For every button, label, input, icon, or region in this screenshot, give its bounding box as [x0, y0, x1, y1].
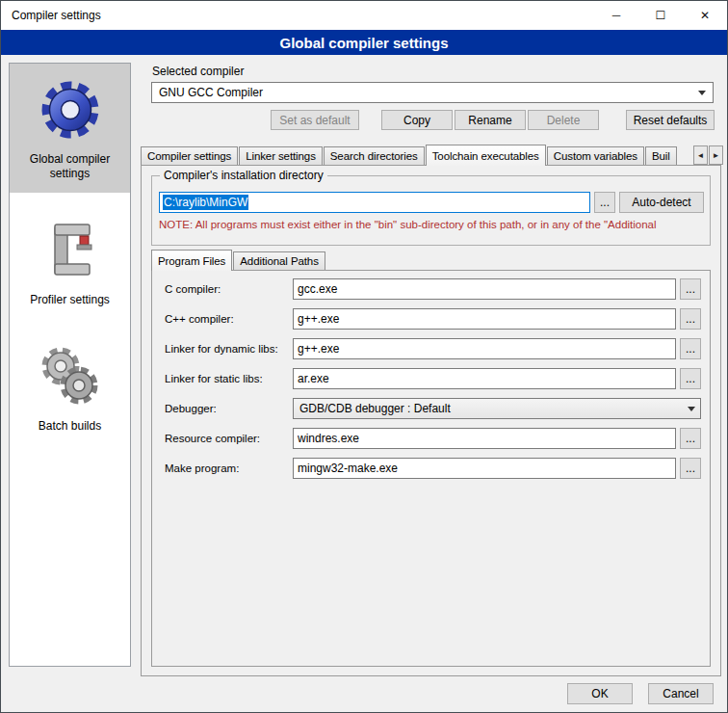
- minimize-button[interactable]: ─: [594, 1, 638, 30]
- installation-directory-group-title: Compiler's installation directory: [160, 169, 327, 182]
- program-files-subtabs: Program Files Additional Paths: [151, 250, 326, 271]
- ok-button[interactable]: OK: [567, 683, 633, 704]
- rename-button[interactable]: Rename: [455, 110, 526, 130]
- maximize-button[interactable]: ☐: [638, 1, 683, 30]
- installation-directory-row: C:\raylib\MinGW ... Auto-detect: [159, 192, 704, 213]
- install-dir-input[interactable]: C:\raylib\MinGW: [159, 192, 590, 213]
- tab-label: Toolchain executables: [432, 150, 539, 162]
- close-button[interactable]: ✕: [683, 1, 727, 30]
- minimize-icon: ─: [612, 9, 621, 22]
- tab-label: Compiler settings: [147, 150, 231, 162]
- install-dir-selected-text: C:\raylib\MinGW: [163, 195, 248, 210]
- chevron-down-icon: [698, 91, 706, 95]
- sidebar-item-label: Global compiler settings: [13, 152, 127, 181]
- dynamic-linker-label: Linker for dynamic libs:: [165, 343, 293, 355]
- subtab-label: Additional Paths: [240, 255, 319, 267]
- field-row-resource-compiler: Resource compiler: ...: [165, 428, 701, 449]
- sidebar-item-profiler-settings[interactable]: Profiler settings: [10, 204, 130, 319]
- tab-compiler-settings[interactable]: Compiler settings: [141, 146, 238, 165]
- close-icon: ✕: [700, 9, 710, 22]
- selected-compiler-value: GNU GCC Compiler: [159, 86, 698, 99]
- c-compiler-input[interactable]: [293, 278, 676, 300]
- compiler-settings-dialog: Compiler settings ─ ☐ ✕ Global compiler …: [0, 0, 728, 713]
- dynamic-linker-browse-button[interactable]: ...: [680, 338, 701, 359]
- selected-compiler-combobox[interactable]: GNU GCC Compiler: [151, 82, 714, 103]
- field-row-cpp-compiler: C++ compiler: ...: [165, 308, 701, 330]
- gear-icon: [35, 73, 106, 145]
- cpp-compiler-browse-button[interactable]: ...: [680, 308, 701, 330]
- reset-defaults-button[interactable]: Reset defaults: [626, 110, 715, 130]
- c-compiler-browse-button[interactable]: ...: [680, 278, 701, 300]
- install-dir-browse-button[interactable]: ...: [594, 192, 615, 213]
- tab-label: Linker settings: [246, 150, 316, 162]
- banner-title: Global compiler settings: [279, 35, 448, 51]
- batch-builds-icon: [35, 340, 106, 411]
- subtab-additional-paths[interactable]: Additional Paths: [233, 251, 325, 270]
- window-title: Compiler settings: [1, 9, 101, 22]
- tab-label: Custom variables: [554, 150, 637, 162]
- c-compiler-label: C compiler:: [165, 283, 293, 295]
- window-controls: ─ ☐ ✕: [594, 1, 727, 30]
- resource-compiler-browse-button[interactable]: ...: [680, 428, 701, 449]
- tab-scroll-right-button[interactable]: ►: [709, 145, 723, 165]
- tab-toolchain-executables[interactable]: Toolchain executables: [426, 145, 546, 166]
- tab-linker-settings[interactable]: Linker settings: [239, 146, 323, 165]
- debugger-combo-button[interactable]: [683, 399, 700, 418]
- field-row-make-program: Make program: ...: [165, 458, 701, 479]
- make-program-input[interactable]: [293, 458, 676, 479]
- delete-button[interactable]: Delete: [528, 110, 599, 130]
- tab-custom-variables[interactable]: Custom variables: [547, 146, 644, 165]
- make-program-label: Make program:: [165, 462, 293, 474]
- set-as-default-button[interactable]: Set as default: [271, 110, 359, 130]
- dynamic-linker-input[interactable]: [293, 338, 676, 359]
- install-dir-note: NOTE: All programs must exist either in …: [159, 219, 708, 230]
- tab-label: Search directories: [330, 150, 418, 162]
- tab-scroll-buttons: ◄ ►: [693, 145, 723, 165]
- chevron-down-icon: [688, 407, 695, 411]
- sidebar: Global compiler settings Profiler settin…: [9, 63, 131, 667]
- compiler-buttons-row: Set as default Copy Rename Delete Reset …: [151, 110, 715, 130]
- debugger-value: GDB/CDB debugger : Default: [299, 402, 683, 415]
- field-row-c-compiler: C compiler: ...: [165, 278, 701, 300]
- sidebar-item-label: Batch builds: [39, 419, 101, 434]
- settings-tabs: Compiler settings Linker settings Search…: [141, 145, 694, 166]
- subtab-program-files[interactable]: Program Files: [151, 250, 232, 271]
- make-program-browse-button[interactable]: ...: [680, 458, 701, 479]
- tab-build-options[interactable]: Buil: [645, 146, 677, 165]
- field-row-static-linker: Linker for static libs: ...: [165, 368, 701, 389]
- static-linker-browse-button[interactable]: ...: [680, 368, 701, 389]
- cpp-compiler-input[interactable]: [293, 308, 676, 330]
- debugger-select[interactable]: GDB/CDB debugger : Default: [293, 398, 701, 419]
- field-row-debugger: Debugger: GDB/CDB debugger : Default: [165, 398, 701, 419]
- program-files-panel: C compiler: ... C++ compiler: ... Linker…: [151, 270, 711, 667]
- toolchain-executables-panel: Compiler's installation directory C:\ray…: [141, 165, 721, 676]
- subtab-label: Program Files: [158, 255, 225, 267]
- sidebar-item-global-compiler-settings[interactable]: Global compiler settings: [10, 64, 130, 193]
- copy-button[interactable]: Copy: [381, 110, 453, 130]
- static-linker-input[interactable]: [293, 368, 676, 389]
- tab-scroll-left-button[interactable]: ◄: [693, 145, 708, 165]
- sidebar-item-label: Profiler settings: [30, 293, 110, 307]
- static-linker-label: Linker for static libs:: [165, 373, 293, 384]
- resource-compiler-label: Resource compiler:: [165, 433, 293, 444]
- dialog-banner: Global compiler settings: [1, 30, 727, 55]
- auto-detect-button[interactable]: Auto-detect: [619, 192, 704, 213]
- field-row-dynamic-linker: Linker for dynamic libs: ...: [165, 338, 701, 359]
- resource-compiler-input[interactable]: [293, 428, 676, 449]
- cancel-button[interactable]: Cancel: [648, 683, 714, 704]
- titlebar: Compiler settings ─ ☐ ✕: [1, 1, 727, 30]
- profiler-icon: [35, 214, 106, 285]
- maximize-icon: ☐: [656, 9, 666, 22]
- arrow-left-icon: ◄: [697, 151, 705, 160]
- tab-label: Buil: [652, 150, 670, 162]
- sidebar-item-batch-builds[interactable]: Batch builds: [10, 330, 130, 445]
- debugger-label: Debugger:: [165, 403, 293, 414]
- arrow-right-icon: ►: [713, 151, 720, 160]
- tab-search-directories[interactable]: Search directories: [324, 146, 425, 165]
- installation-directory-group: Compiler's installation directory C:\ray…: [151, 175, 711, 246]
- selected-compiler-label: Selected compiler: [152, 65, 244, 78]
- cpp-compiler-label: C++ compiler:: [165, 313, 293, 325]
